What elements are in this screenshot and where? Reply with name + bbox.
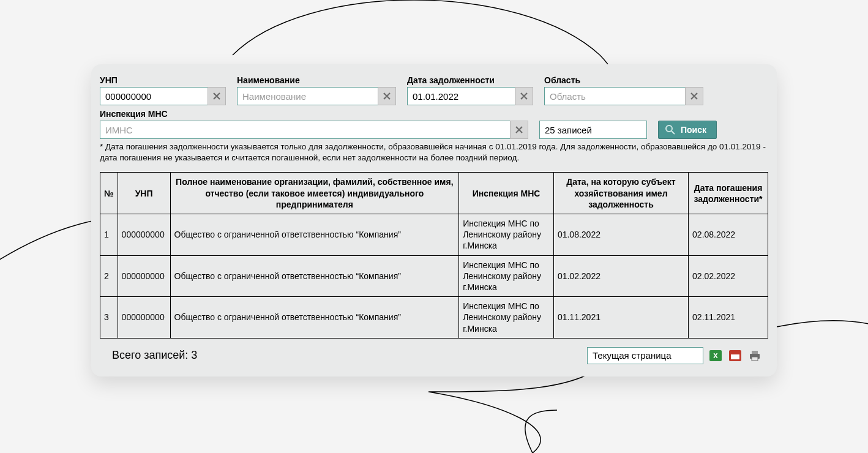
header-name: Полное наименование организации, фамилий…	[170, 173, 459, 214]
clear-imns-button[interactable]	[510, 121, 528, 139]
label-debt-date: Дата задолженности	[407, 75, 533, 85]
label-region: Область	[544, 75, 703, 85]
header-debt: Дата, на которую субъект хозяйствования …	[553, 173, 688, 214]
region-input[interactable]	[544, 87, 685, 105]
imns-input[interactable]	[100, 121, 510, 139]
cell-debt: 01.11.2021	[553, 297, 688, 339]
table-row: 3000000000Общество с ограниченной ответс…	[100, 297, 768, 339]
total-records-label: Всего записей: 3	[112, 349, 197, 362]
cell-unp: 000000000	[118, 255, 170, 297]
header-n: №	[100, 173, 118, 214]
svg-rect-6	[731, 352, 739, 354]
close-icon	[515, 125, 523, 134]
cell-n: 2	[100, 255, 118, 297]
label-unp: УНП	[100, 75, 226, 85]
name-input[interactable]	[237, 87, 378, 105]
header-insp: Инспекция МНС	[459, 173, 554, 214]
table-footer: Всего записей: 3 X	[100, 347, 768, 364]
cell-name: Общество с ограниченной ответственностью…	[170, 255, 459, 297]
field-name: Наименование	[237, 75, 396, 105]
cell-n: 3	[100, 297, 118, 339]
search-panel: УНП Наименование Дата задолженности	[91, 64, 777, 376]
export-pdf-button[interactable]	[728, 348, 743, 363]
cell-debt: 01.02.2022	[553, 255, 688, 297]
search-button-label: Поиск	[681, 125, 706, 135]
cell-unp: 000000000	[118, 214, 170, 256]
table-header-row: № УНП Полное наименование организации, ф…	[100, 173, 768, 214]
close-icon	[383, 92, 391, 100]
table-row: 1000000000Общество с ограниченной ответс…	[100, 214, 768, 256]
table-row: 2000000000Общество с ограниченной ответс…	[100, 255, 768, 297]
search-icon	[665, 124, 676, 135]
cell-insp: Инспекция МНС по Ленинскому району г.Мин…	[459, 255, 554, 297]
cell-insp: Инспекция МНС по Ленинскому району г.Мин…	[459, 214, 554, 256]
cell-unp: 000000000	[118, 297, 170, 339]
cell-repay: 02.02.2022	[689, 255, 768, 297]
close-icon	[520, 92, 528, 100]
footnote-text: * Дата погашения задолженности указывает…	[100, 141, 768, 163]
records-select[interactable]	[539, 121, 647, 139]
print-icon	[748, 349, 761, 362]
header-repay: Дата погашения задолженности*	[689, 173, 768, 214]
svg-text:X: X	[713, 352, 718, 359]
svg-line-1	[672, 131, 675, 134]
svg-rect-9	[752, 357, 758, 361]
print-button[interactable]	[747, 348, 762, 363]
svg-point-0	[666, 125, 672, 132]
close-icon	[212, 92, 221, 100]
cell-name: Общество с ограниченной ответственностью…	[170, 214, 459, 256]
clear-name-button[interactable]	[378, 87, 396, 105]
clear-debt-date-button[interactable]	[515, 87, 533, 105]
cell-insp: Инспекция МНС по Ленинскому району г.Мин…	[459, 297, 554, 339]
debt-date-input[interactable]	[407, 87, 515, 105]
field-region: Область	[544, 75, 703, 105]
clear-unp-button[interactable]	[208, 87, 226, 105]
cell-name: Общество с ограниченной ответственностью…	[170, 297, 459, 339]
pdf-icon	[728, 349, 742, 362]
cell-debt: 01.08.2022	[553, 214, 688, 256]
page-scope-select[interactable]	[587, 347, 703, 364]
field-unp: УНП	[100, 75, 226, 105]
export-xls-button[interactable]: X	[708, 348, 723, 363]
header-unp: УНП	[118, 173, 170, 214]
search-button[interactable]: Поиск	[658, 121, 717, 139]
field-imns: Инспекция МНС	[100, 109, 528, 139]
excel-icon: X	[709, 349, 722, 362]
label-imns: Инспекция МНС	[100, 109, 528, 119]
results-table: № УНП Полное наименование организации, ф…	[100, 172, 768, 338]
cell-repay: 02.11.2021	[689, 297, 768, 339]
unp-input[interactable]	[100, 87, 208, 105]
svg-rect-8	[752, 351, 758, 354]
field-debt-date: Дата задолженности	[407, 75, 533, 105]
cell-repay: 02.08.2022	[689, 214, 768, 256]
clear-region-button[interactable]	[685, 87, 703, 105]
label-name: Наименование	[237, 75, 396, 85]
cell-n: 1	[100, 214, 118, 256]
close-icon	[690, 92, 698, 100]
